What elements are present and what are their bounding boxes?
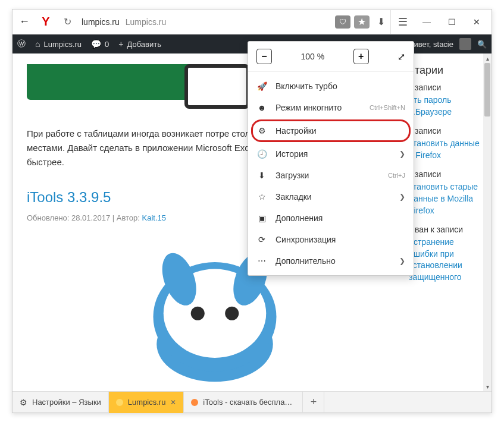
sidebar-text: к записи [409, 83, 483, 92]
wp-comments[interactable]: 💬0 [91, 39, 109, 49]
minimize-button[interactable]: — [414, 10, 439, 34]
downloads-icon[interactable]: ⬇ [371, 12, 390, 32]
zoom-in-button[interactable]: + [353, 49, 369, 64]
tab-bar: ⚙Настройки – Языки Lumpics.ru✕ iTools - … [12, 391, 492, 413]
favicon-icon [116, 399, 123, 406]
url-domain: lumpics.ru [82, 17, 120, 27]
new-tab-button[interactable]: + [303, 392, 324, 413]
favicon-icon [191, 399, 198, 406]
fullscreen-icon[interactable]: ⤢ [397, 51, 405, 62]
zoom-out-button[interactable]: − [256, 49, 272, 64]
addons-icon: ▣ [256, 213, 267, 223]
rocket-icon: 🚀 [256, 81, 267, 92]
gear-icon: ⚙ [20, 398, 27, 407]
sidebar-text: к записи [409, 169, 483, 179]
menu-turbo[interactable]: 🚀Включить турбо [248, 75, 414, 97]
hamburger-menu-button[interactable]: ☰ [390, 10, 414, 34]
bookmark-star-icon[interactable]: ★ [354, 15, 370, 29]
clock-icon: 🕘 [256, 149, 267, 159]
download-icon: ⬇ [256, 170, 267, 181]
avatar[interactable] [459, 38, 471, 50]
menu-incognito[interactable]: ☻Режим инкогнитоCtrl+Shift+N [248, 97, 414, 118]
scrollbar[interactable]: ▴ ▾ [483, 53, 492, 391]
menu-more[interactable]: ⋯Дополнительно❯ [248, 250, 414, 272]
menu-history[interactable]: 🕘История❯ [248, 143, 414, 165]
menu-addons[interactable]: ▣Дополнения [248, 207, 414, 229]
menu-sync[interactable]: ⟳Синхронизация [248, 229, 414, 250]
yandex-logo[interactable]: Y [36, 12, 55, 32]
browser-titlebar: ← Y ↻ lumpics.ru Lumpics.ru 🛡 ★ ⬇ ☰ — ☐ … [12, 10, 492, 34]
sidebar-text: к записи [409, 126, 483, 136]
sliders-icon: ⚙ [256, 125, 267, 136]
sidebar-link[interactable]: становить данные в Firefox [409, 138, 483, 161]
wp-add-new[interactable]: +Добавить [118, 39, 161, 49]
maximize-button[interactable]: ☐ [439, 10, 464, 34]
reload-button[interactable]: ↻ [58, 12, 77, 32]
sidebar-text: Иван к записи [409, 225, 483, 234]
tab-settings-languages[interactable]: ⚙Настройки – Языки [12, 392, 109, 413]
svg-point-6 [191, 307, 205, 320]
hero-image [27, 64, 250, 115]
scroll-up-icon[interactable]: ▴ [483, 53, 492, 63]
wp-logo[interactable]: ⓦ [17, 39, 26, 49]
sync-icon: ⟳ [256, 234, 267, 245]
sidebar-heading: нтарии [409, 64, 483, 77]
sidebar-link[interactable]: становить старые данные в Mozilla Firefo… [409, 181, 483, 216]
star-icon: ☆ [256, 191, 267, 202]
page-title: Lumpics.ru [126, 17, 166, 27]
svg-point-7 [225, 307, 239, 320]
incognito-icon: ☻ [256, 102, 267, 113]
chevron-right-icon: ❯ [399, 257, 405, 265]
menu-downloads[interactable]: ⬇ЗагрузкиCtrl+J [248, 165, 414, 186]
wp-greeting: ивет, stacie [414, 40, 453, 49]
search-icon[interactable]: 🔍 [477, 40, 487, 49]
scroll-thumb[interactable] [484, 63, 490, 117]
back-button[interactable]: ← [15, 12, 34, 32]
chevron-right-icon: ❯ [399, 193, 405, 201]
protect-icon[interactable]: 🛡 [335, 15, 350, 29]
menu-settings[interactable]: ⚙Настройки [252, 120, 410, 141]
close-window-button[interactable]: ✕ [464, 10, 489, 34]
sidebar-link[interactable]: ить пароль с.Браузере [409, 95, 483, 118]
scroll-down-icon[interactable]: ▾ [483, 382, 492, 391]
wp-site-link[interactable]: ⌂Lumpics.ru [35, 39, 82, 49]
zoom-level: 100 % [300, 52, 324, 61]
tab-lumpics[interactable]: Lumpics.ru✕ [109, 392, 184, 413]
menu-bookmarks[interactable]: ☆Закладки❯ [248, 186, 414, 207]
chevron-right-icon: ❯ [399, 150, 405, 158]
sidebar-link[interactable]: Устранение ошибки при установлении защищ… [409, 237, 483, 283]
zoom-controls: − 100 % + ⤢ [248, 42, 414, 72]
address-bar[interactable]: lumpics.ru Lumpics.ru [82, 17, 333, 27]
sidebar: нтарии к записи ить пароль с.Браузере к … [409, 53, 483, 297]
tab-itools[interactable]: iTools - скачать бесплатно [184, 392, 303, 413]
browser-menu-dropdown: − 100 % + ⤢ 🚀Включить турбо ☻Режим инког… [248, 41, 414, 276]
dots-icon: ⋯ [256, 256, 267, 266]
close-tab-icon[interactable]: ✕ [170, 398, 176, 407]
